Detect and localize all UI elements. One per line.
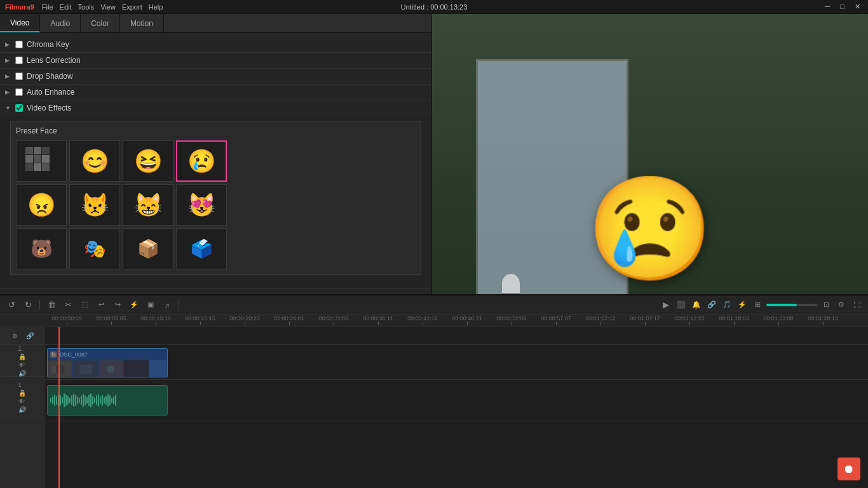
tl-cut-button[interactable]: ✂ — [62, 299, 74, 311]
tl-audio-button[interactable]: ♬ — [161, 299, 173, 311]
emoji-happy[interactable]: 😊 — [69, 140, 120, 182]
lens-correction-header[interactable]: ▶ Lens Correction — [0, 53, 431, 68]
ruler-tick-6: 00:00:31:06 — [311, 315, 356, 325]
track-lock-icon[interactable]: 🔒 — [18, 353, 26, 360]
svg-point-10 — [55, 364, 65, 374]
chroma-key-header[interactable]: ▶ Chroma Key — [0, 37, 431, 52]
menu-export[interactable]: Export — [122, 3, 142, 11]
tab-bar: Video Audio Color Motion — [0, 14, 431, 33]
drop-shadow-label: Drop Shadow — [27, 72, 73, 81]
emoji-cat-1[interactable]: 😸 — [123, 184, 173, 226]
tab-video[interactable]: Video — [0, 14, 40, 32]
video-clip[interactable]: fx DSC_0087 — [47, 348, 168, 377]
ruler-tick-12: 00:01:02:12 — [578, 315, 623, 325]
add-link-button[interactable]: 🔗 — [24, 330, 36, 342]
tl-fit-button[interactable]: ⊞ — [751, 299, 764, 311]
tl-split-button[interactable]: ⚡ — [128, 299, 140, 311]
lens-correction-checkbox[interactable] — [15, 57, 23, 64]
ruler-tick-15: 00:01:18:03 — [712, 315, 756, 325]
record-button[interactable]: ⏺ — [837, 458, 860, 480]
tl-rotate2-button[interactable]: ↪ — [111, 299, 124, 311]
title-bar: Filmora9 File Edit Tools View Export Hel… — [0, 0, 868, 14]
chroma-key-group: ▶ Chroma Key — [0, 37, 431, 53]
tl-bell-button[interactable]: 🔔 — [690, 299, 703, 311]
auto-enhance-arrow: ▶ — [5, 89, 11, 95]
chroma-key-arrow: ▶ — [5, 41, 11, 48]
menu-help[interactable]: Help — [149, 3, 163, 11]
audio-speaker-icon[interactable]: 🔊 — [18, 406, 26, 413]
video-effects-header[interactable]: ▼ Video Effects — [0, 100, 431, 116]
tl-play2-button[interactable]: ▶ — [660, 299, 672, 311]
menu-file[interactable]: File — [42, 3, 53, 11]
emoji-angry[interactable]: 😠 — [16, 184, 67, 226]
audio-clip[interactable]: // Generate wave bars inline const heigh… — [47, 385, 168, 416]
menu-tools[interactable]: Tools — [78, 3, 95, 11]
tl-fullscreen-button[interactable]: ⛶ — [850, 299, 863, 311]
tl-speed-button[interactable]: ⚡ — [736, 299, 749, 311]
ruler-tick-4: 00:00:20:20 — [222, 315, 267, 325]
timeline-area: ↺ ↻ 🗑 ✂ ⬚ ↩ ↪ ⚡ ▣ ♬ ▶ ⬛ 🔔 🔗 🎵 ⚡ ⊞ ⊡ ⚙ ⛶ — [0, 294, 868, 488]
drop-shadow-header[interactable]: ▶ Drop Shadow — [0, 69, 431, 84]
tl-mark-button[interactable]: ⬛ — [675, 299, 688, 311]
drop-shadow-group: ▶ Drop Shadow — [0, 69, 431, 85]
emoji-box-face-2[interactable]: 📦 — [123, 228, 173, 269]
tl-link-button[interactable]: 🔗 — [705, 299, 718, 311]
video-track-header: 1 🔒 👁 🔊 — [0, 345, 44, 377]
minimize-button[interactable]: ─ — [823, 3, 833, 11]
track-eye-icon[interactable]: 👁 — [18, 362, 26, 369]
audio-lock-icon[interactable]: 🔒 — [18, 390, 26, 396]
audio-eye-icon[interactable]: 👁 — [18, 398, 26, 405]
ruler-tick-0: 00:00:00:00 — [44, 315, 89, 325]
tl-delete-button[interactable]: 🗑 — [45, 299, 58, 311]
tl-crop-button[interactable]: ▣ — [144, 299, 157, 311]
tab-color[interactable]: Color — [81, 14, 120, 32]
tab-audio[interactable]: Audio — [40, 14, 81, 32]
ruler-tick-16: 00:01:23:08 — [756, 315, 801, 325]
tl-undo-button[interactable]: ↺ — [5, 299, 18, 311]
app-logo: Filmora9 — [5, 3, 34, 11]
emoji-laugh[interactable]: 😆 — [123, 140, 173, 182]
svg-rect-3 — [25, 155, 33, 163]
video-effects-group: ▼ Video Effects Preset Face — [0, 100, 431, 288]
emoji-box-face-3[interactable]: 🗳️ — [176, 228, 227, 269]
drop-shadow-checkbox[interactable] — [15, 72, 23, 80]
tl-zoom-fit-button[interactable]: ⊡ — [820, 299, 832, 311]
svg-rect-13 — [79, 365, 92, 374]
preset-face-title: Preset Face — [16, 126, 416, 135]
tl-settings-button[interactable]: ⚙ — [835, 299, 848, 311]
tab-motion[interactable]: Motion — [120, 14, 164, 32]
emoji-cat-2[interactable]: 😻 — [176, 184, 227, 226]
emoji-cry[interactable]: 😢 — [176, 140, 227, 182]
svg-rect-0 — [25, 147, 33, 154]
track-speaker-icon[interactable]: 🔊 — [18, 370, 26, 377]
svg-rect-16 — [125, 362, 147, 377]
tl-rotate-button[interactable]: ↩ — [95, 299, 107, 311]
audio-waveform: // Generate wave bars inline const heigh… — [48, 386, 167, 415]
svg-rect-5 — [42, 155, 50, 163]
chroma-key-checkbox[interactable] — [15, 41, 23, 48]
emoji-box-face-1[interactable]: 🎭 — [69, 228, 120, 269]
menu-view[interactable]: View — [100, 3, 116, 11]
video-effects-label: Video Effects — [27, 104, 71, 112]
auto-enhance-checkbox[interactable] — [15, 88, 23, 96]
add-video-track-button[interactable]: ⊕ — [8, 330, 21, 342]
video-effects-checkbox[interactable] — [15, 104, 23, 112]
video-effects-panel: Preset Face — [0, 116, 431, 288]
clip-label: DSC_0087 — [60, 351, 88, 358]
tl-redo-button[interactable]: ↻ — [22, 299, 34, 311]
emoji-grumpy-cat[interactable]: 😾 — [69, 184, 120, 226]
emoji-texture[interactable] — [16, 140, 67, 182]
clip-thumb-3 — [98, 360, 124, 377]
restore-button[interactable]: □ — [837, 3, 847, 11]
auto-enhance-header[interactable]: ▶ Auto Enhance — [0, 85, 431, 100]
emoji-bear-1[interactable]: 🐻 — [16, 228, 67, 269]
ruler-tick-13: 00:01:07:17 — [623, 315, 667, 325]
audio-track-row: // Generate wave bars inline const heigh… — [44, 380, 868, 421]
svg-rect-1 — [34, 147, 41, 154]
tl-copy-button[interactable]: ⬚ — [78, 299, 91, 311]
menu-edit[interactable]: Edit — [60, 3, 72, 11]
zoom-slider[interactable] — [766, 304, 817, 306]
close-button[interactable]: ✕ — [852, 3, 863, 11]
zoom-fill — [766, 304, 797, 306]
tl-music-button[interactable]: 🎵 — [721, 299, 733, 311]
